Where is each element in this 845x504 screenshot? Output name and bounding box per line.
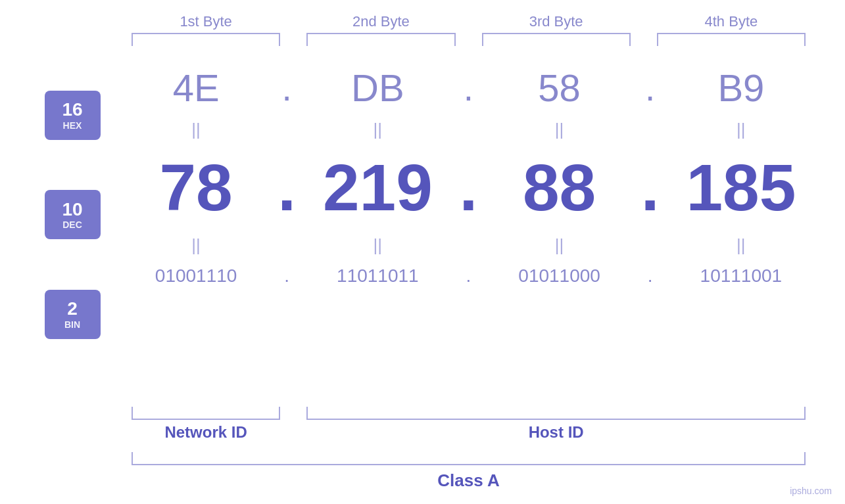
eq1-1: ||: [118, 120, 274, 140]
byte3-bracket: [482, 33, 631, 46]
class-bracket: [132, 452, 806, 465]
id-labels: Network ID Host ID: [118, 407, 819, 442]
byte1-col: 1st Byte: [118, 13, 293, 46]
dec-dot-1: .: [274, 150, 300, 225]
equals-row-1: || || || ||: [118, 116, 819, 143]
dec-row: 78 . 219 . 88 . 185: [118, 143, 819, 232]
eq2-1: ||: [118, 235, 274, 256]
bin-val-3: 01011000: [482, 265, 637, 286]
bin-dot-2: .: [456, 265, 482, 286]
eq2-2: ||: [300, 235, 455, 256]
hex-dot-3: .: [637, 67, 664, 109]
bin-val-2: 11011011: [300, 265, 455, 286]
badges-column: 16 HEX 10 DEC 2 BIN: [26, 53, 118, 403]
values-area: 4E . DB . 58 . B9: [118, 53, 819, 403]
dec-badge: 10 DEC: [45, 190, 101, 239]
byte-headers: 1st Byte 2nd Byte 3rd Byte 4th Byte: [26, 13, 819, 46]
eq1-3: ||: [482, 120, 637, 140]
hex-val-2: DB: [300, 66, 455, 110]
hex-val-1: 4E: [118, 66, 274, 110]
dec-val-2: 219: [300, 150, 455, 225]
hex-badge-label: HEX: [63, 120, 82, 131]
network-id-section: Network ID: [118, 407, 293, 442]
eq1-2: ||: [300, 120, 455, 140]
dec-val-4: 185: [664, 150, 819, 225]
hex-val-4: B9: [664, 66, 819, 110]
dec-dot-2: .: [456, 150, 482, 225]
byte3-label: 3rd Byte: [469, 13, 644, 30]
byte2-bracket: [306, 33, 455, 46]
main-grid: 16 HEX 10 DEC 2 BIN 4E .: [26, 53, 819, 403]
bin-dot-3: .: [637, 265, 664, 286]
hex-row: 4E . DB . 58 . B9: [118, 53, 819, 116]
byte2-label: 2nd Byte: [293, 13, 468, 30]
eq1-4: ||: [664, 120, 819, 140]
dec-badge-label: DEC: [62, 219, 82, 230]
byte3-col: 3rd Byte: [469, 13, 644, 46]
hex-dot-2: .: [456, 67, 482, 109]
bin-badge-num: 2: [67, 299, 78, 319]
hex-badge: 16 HEX: [45, 91, 101, 140]
byte4-label: 4th Byte: [644, 13, 819, 30]
dec-badge-num: 10: [62, 200, 82, 220]
dec-dot-3: .: [637, 150, 664, 225]
class-row: Class A: [26, 452, 819, 491]
bottom-area: Network ID Host ID: [26, 407, 819, 447]
main-container: 1st Byte 2nd Byte 3rd Byte 4th Byte 16 H…: [0, 0, 845, 504]
bin-badge: 2 BIN: [45, 290, 101, 339]
bin-val-4: 10111001: [664, 265, 819, 286]
hex-val-3: 58: [482, 66, 637, 110]
eq2-3: ||: [482, 235, 637, 256]
hex-badge-num: 16: [62, 100, 82, 120]
bin-dot-1: .: [274, 265, 300, 286]
dec-val-1: 78: [118, 150, 274, 225]
hex-dot-1: .: [274, 67, 300, 109]
network-id-label: Network ID: [118, 420, 293, 442]
dec-val-3: 88: [482, 150, 637, 225]
equals-row-2: || || || ||: [118, 232, 819, 259]
host-id-bracket: [306, 407, 806, 420]
byte4-bracket: [657, 33, 806, 46]
bin-row: 01001110 . 11011011 . 01011000 .: [118, 259, 819, 290]
byte1-bracket: [132, 33, 280, 46]
host-id-label: Host ID: [293, 420, 819, 442]
host-id-section: Host ID: [293, 407, 819, 442]
byte2-col: 2nd Byte: [293, 13, 468, 46]
network-id-bracket: [132, 407, 280, 420]
bin-badge-label: BIN: [64, 319, 80, 330]
class-label: Class A: [118, 465, 819, 491]
eq2-4: ||: [664, 235, 819, 256]
watermark: ipshu.com: [790, 486, 832, 496]
bin-val-1: 01001110: [118, 265, 274, 286]
byte1-label: 1st Byte: [118, 13, 293, 30]
byte4-col: 4th Byte: [644, 13, 819, 46]
